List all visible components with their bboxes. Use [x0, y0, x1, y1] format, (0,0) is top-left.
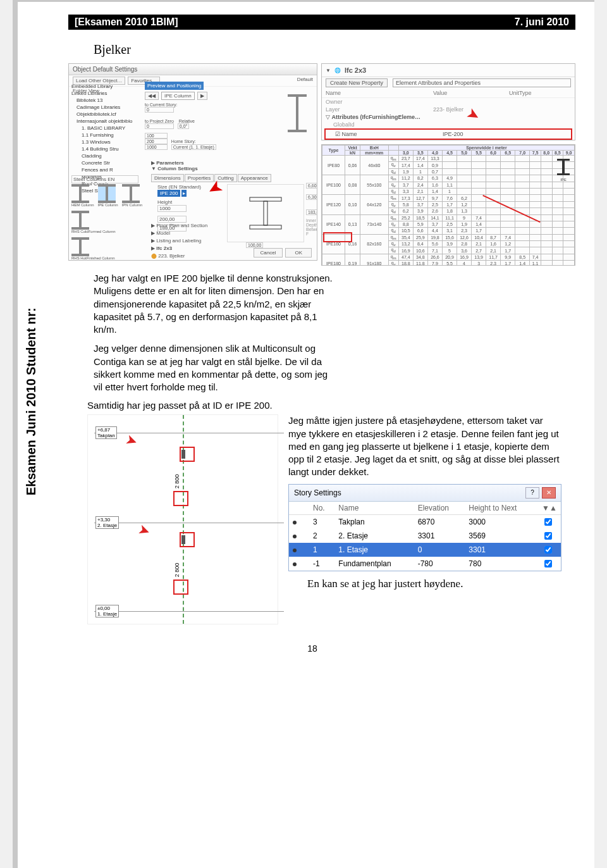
tree-item[interactable]: Fences and R: [71, 166, 141, 173]
ifc-name-label[interactable]: Name: [342, 131, 357, 137]
col-name: Name: [334, 502, 414, 515]
size-label: Size (EN Standard): [157, 184, 201, 190]
tree-item[interactable]: Linked Libraries: [71, 90, 141, 97]
collapse-icon[interactable]: ▼: [326, 68, 331, 73]
sidebar-label: Eksamen Juni 2010 Student nr:: [24, 307, 39, 495]
close-icon[interactable]: ✕: [542, 487, 556, 499]
story-row[interactable]: -1Fundamentplan-780780: [289, 557, 561, 571]
tab-dimensions[interactable]: Dimensions: [151, 174, 184, 182]
browser-label[interactable]: Steel Columns EN: [71, 175, 138, 183]
tree-item[interactable]: 1.4 Building Stru: [71, 146, 141, 152]
attributes-dropdown[interactable]: Element Attributes and Properties: [393, 78, 571, 87]
profile-icon[interactable]: [71, 211, 89, 230]
tree-item[interactable]: Internasjonalt objektbiblo: [71, 118, 141, 125]
panel-label[interactable]: Floor Plan and Section: [156, 223, 207, 228]
next-button[interactable]: ▶: [197, 92, 207, 100]
profile-label: RHS ColdFormed Column: [71, 230, 116, 233]
height-label: Height: [157, 199, 201, 205]
story-no: -1: [309, 557, 334, 571]
col-value: Value: [433, 90, 509, 96]
story-row[interactable]: 22. Etasje33013569: [289, 529, 561, 543]
profile-icon[interactable]: [71, 184, 89, 203]
paragraph-1: Jeg har valgt en IPE 200 bjelke til denn…: [94, 272, 334, 336]
tree-item[interactable]: Cadimage Libraries: [71, 104, 141, 111]
tree-item[interactable]: Embedded Library: [71, 83, 141, 90]
parameters-panel[interactable]: Parameters: [156, 160, 184, 166]
story-checkbox[interactable]: [544, 532, 552, 540]
to-story-label: to Current Story:: [145, 102, 177, 107]
profile-icon[interactable]: [71, 237, 89, 256]
story-row[interactable]: 3Takplan68703000: [289, 514, 561, 529]
prev-button[interactable]: ◀◀: [145, 92, 159, 100]
tree-item[interactable]: 1.3 Windows: [71, 139, 141, 146]
size-select[interactable]: IPE 200: [157, 190, 180, 197]
profile-icon-selected[interactable]: [98, 184, 116, 203]
profile-drawing: [227, 184, 304, 242]
panel-label[interactable]: Model: [156, 230, 170, 236]
beam-section-icon: [181, 535, 185, 544]
tree-item[interactable]: Concrete Str: [71, 159, 141, 166]
story-row[interactable]: 11. Etasje03301: [289, 543, 561, 557]
tree-item[interactable]: Cladding: [71, 152, 141, 159]
val-input[interactable]: 0: [145, 107, 174, 113]
red-highlight-box: [323, 232, 352, 242]
angle-input[interactable]: 0,0°: [178, 123, 190, 129]
ok-button[interactable]: OK: [285, 248, 312, 257]
paragraph-3: Samtidig har jeg passet på at ID er IPE …: [87, 400, 575, 411]
dimension-label: 2 800: [174, 563, 180, 578]
create-property-button[interactable]: Create New Property: [326, 78, 388, 87]
preview-header: Preview and Positioning: [145, 82, 204, 90]
height-input[interactable]: 1000: [157, 205, 187, 212]
tree-item[interactable]: Bibliotek 13: [71, 97, 141, 104]
column-settings-panel[interactable]: Column Settings: [157, 166, 198, 171]
ipe-column-field[interactable]: IPE Column: [161, 92, 195, 100]
val-input[interactable]: 1000: [145, 144, 168, 150]
svg-rect-0: [250, 197, 281, 201]
ifc-name-value[interactable]: IPE-200: [443, 131, 518, 137]
tab-appearance[interactable]: Appearance: [238, 174, 271, 182]
profile-icon[interactable]: [122, 184, 140, 203]
red-annotation-box: [173, 580, 188, 595]
story-checkbox[interactable]: [544, 518, 552, 526]
dialog-title: Object Default Settings: [69, 64, 317, 75]
ifc-panel: ▼ 🌐 Ifc 2x3 Create New Property Element …: [321, 63, 575, 140]
val-input[interactable]: 100: [145, 133, 168, 139]
ifc-globalid: GlobalId: [326, 121, 441, 128]
section-sketch: +6,87Takplan +3,302. Etasje ±0,001. Etas…: [87, 414, 278, 624]
profile-label: IPE Column: [98, 203, 118, 207]
story-elev: 3301: [414, 529, 465, 543]
story-name: Takplan: [334, 514, 414, 529]
red-arrow-annotation: ➤: [136, 521, 152, 541]
ipe-section-icon: IPE: [556, 158, 571, 182]
cancel-button[interactable]: Cancel: [254, 248, 283, 257]
val-input[interactable]: 200: [145, 139, 168, 144]
layer-label[interactable]: 223. Bjelker: [158, 253, 185, 259]
panel-label[interactable]: Listing and Labeling: [156, 238, 201, 244]
help-icon[interactable]: ?: [525, 487, 539, 499]
tree-item[interactable]: Objektbibliotek.lcf: [71, 111, 141, 118]
dim-box[interactable]: 6,60: [306, 183, 317, 189]
tree-item[interactable]: 1. BASIC LIBRARY: [71, 125, 141, 132]
story-height: 780: [465, 557, 538, 571]
current-story-select[interactable]: Current (1. 1. Etasje): [171, 144, 216, 150]
profile-browser[interactable]: HEM Column IPE Column IPN Column RHS Col…: [71, 184, 154, 261]
story-name: 1. Etasje: [334, 543, 414, 557]
col-no: No.: [309, 502, 334, 515]
svg-rect-5: [562, 161, 565, 173]
tree-item[interactable]: 1.1 Furnishing: [71, 132, 141, 139]
svg-rect-1: [250, 225, 281, 229]
ifc-attrs-header[interactable]: Attributes (IfcFurnishingEleme…: [332, 114, 421, 120]
story-height: 3000: [465, 514, 538, 529]
val-input[interactable]: 0: [145, 123, 174, 129]
story-elev: 0: [414, 543, 465, 557]
dim-box[interactable]: 6,30: [306, 194, 317, 200]
home-story-label: Home Story:: [171, 139, 196, 144]
dim-box[interactable]: 100,00: [246, 242, 263, 248]
size-dropdown-icon[interactable]: ▸: [181, 190, 187, 197]
red-arrow-annotation: ➤: [123, 431, 140, 451]
page-number: 18: [49, 643, 575, 654]
panel-label[interactable]: Ifc 2x3: [156, 245, 172, 251]
dim-box[interactable]: 183,00: [306, 209, 317, 215]
story-checkbox[interactable]: [544, 546, 552, 554]
story-checkbox[interactable]: [544, 560, 552, 567]
